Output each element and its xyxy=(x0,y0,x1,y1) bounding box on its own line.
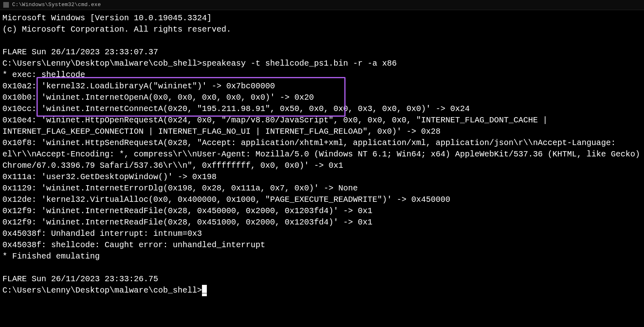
prompt-command-line: C:\Users\Lenny\Desktop\malware\cob_shell… xyxy=(2,59,397,68)
window-title-text: C:\Windows\System32\cmd.exe xyxy=(12,0,101,11)
text-cursor: _ xyxy=(202,285,207,296)
output-line: 0x10e4: 'wininet.HttpOpenRequestA(0x24, … xyxy=(2,115,552,136)
output-line: * exec: shellcode xyxy=(2,70,85,79)
output-line: 0x10f8: 'wininet.HttpSendRequestA(0x28, … xyxy=(2,138,644,170)
output-line: 0x1129: 'wininet.InternetErrorDlg(0x198,… xyxy=(2,184,358,193)
output-line: 0x111a: 'user32.GetDesktopWindow()' -> 0… xyxy=(2,172,217,182)
output-line: 0x10b0: 'wininet.InternetOpenA(0x0, 0x0,… xyxy=(2,93,314,102)
output-line: 0x45038f: Unhandled interrupt: intnum=0x… xyxy=(2,229,202,238)
window-titlebar[interactable]: C:\Windows\System32\cmd.exe xyxy=(0,0,644,10)
output-line: 0x12f9: 'wininet.InternetReadFile(0x28, … xyxy=(2,218,372,227)
output-line: Microsoft Windows [Version 10.0.19045.33… xyxy=(2,13,212,23)
output-line: FLARE Sun 26/11/2023 23:33:26.75 xyxy=(2,274,158,284)
cmd-icon xyxy=(3,2,9,8)
output-line: FLARE Sun 26/11/2023 23:33:07.37 xyxy=(2,47,158,57)
output-line: 0x12de: 'kernel32.VirtualAlloc(0x0, 0x40… xyxy=(2,195,450,204)
output-line: 0x45038f: shellcode: Caught error: unhan… xyxy=(2,240,265,250)
prompt-line[interactable]: C:\Users\Lenny\Desktop\malware\cob_shell… xyxy=(2,286,202,295)
output-line: (c) Microsoft Corporation. All rights re… xyxy=(2,25,231,34)
terminal-output[interactable]: Microsoft Windows [Version 10.0.19045.33… xyxy=(0,10,643,296)
output-line: 0x12f9: 'wininet.InternetReadFile(0x28, … xyxy=(2,206,372,216)
output-line: 0x10cc: 'wininet.InternetConnectA(0x20, … xyxy=(2,104,470,113)
output-line: 0x10a2: 'kernel32.LoadLibraryA("wininet"… xyxy=(2,81,275,91)
output-line: * Finished emulating xyxy=(2,252,100,261)
